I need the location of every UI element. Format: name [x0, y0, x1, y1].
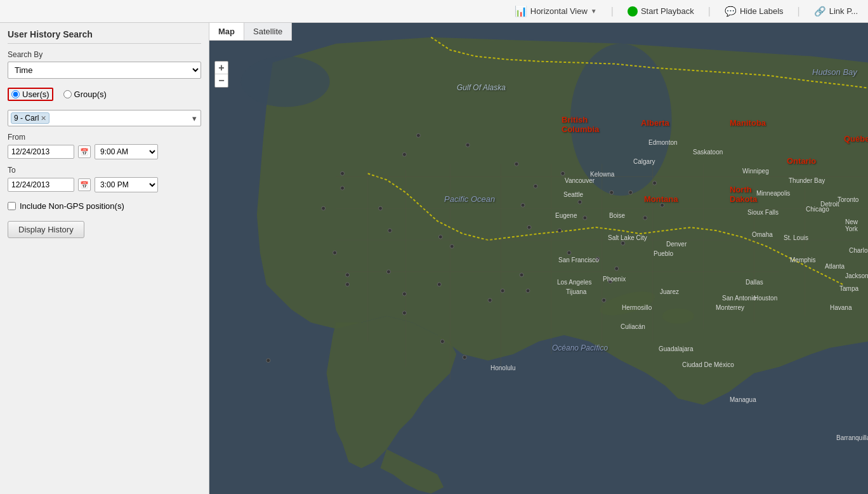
- horizontal-view-button[interactable]: 📊 Horizontal View ▼: [511, 4, 601, 18]
- to-label: To: [8, 166, 201, 175]
- from-time-select[interactable]: 9:00 AM 10:00 AM 11:00 AM 12:00 PM: [95, 144, 158, 159]
- svg-point-51: [501, 289, 504, 293]
- svg-point-4: [662, 309, 694, 324]
- start-playback-label: Start Playback: [641, 6, 694, 16]
- svg-point-25: [322, 206, 326, 210]
- zoom-out-button[interactable]: −: [215, 74, 228, 87]
- svg-point-53: [463, 356, 466, 359]
- svg-point-28: [521, 203, 525, 207]
- svg-point-61: [266, 359, 270, 363]
- to-date-input[interactable]: [8, 178, 74, 192]
- from-date-input[interactable]: [8, 145, 74, 159]
- user-tag-remove-button[interactable]: ✕: [41, 114, 46, 123]
- svg-point-26: [378, 206, 382, 210]
- svg-point-46: [437, 283, 441, 286]
- svg-point-52: [440, 340, 444, 344]
- map-tab-satellite[interactable]: Satellite: [244, 23, 292, 40]
- svg-point-59: [561, 171, 565, 175]
- user-tag-dropdown-button[interactable]: ▾: [191, 114, 198, 123]
- radio-users-label: User(s): [22, 90, 49, 99]
- dropdown-arrow-icon: ▼: [591, 8, 597, 15]
- to-group: To 📅 3:00 PM 4:00 PM 5:00 PM: [8, 166, 201, 192]
- include-nongps-label: Include Non-GPS position(s): [20, 201, 124, 211]
- zoom-control: + −: [214, 61, 228, 88]
- main-content: User History Search Search By Time Dista…: [0, 23, 868, 494]
- svg-point-40: [526, 289, 530, 293]
- svg-point-50: [488, 298, 492, 302]
- search-by-select[interactable]: Time Distance Events: [8, 62, 201, 79]
- svg-point-35: [661, 203, 664, 207]
- svg-point-56: [608, 279, 612, 283]
- svg-point-37: [346, 273, 350, 277]
- link-p-label: Link P...: [829, 6, 858, 16]
- include-nongps-checkbox[interactable]: [8, 202, 16, 210]
- play-icon: [628, 6, 638, 17]
- svg-point-38: [386, 270, 390, 274]
- svg-point-2: [241, 57, 330, 107]
- user-tag-text: 9 - Carl: [14, 114, 39, 123]
- svg-point-45: [450, 244, 454, 248]
- left-panel: User History Search Search By Time Dista…: [0, 23, 209, 494]
- svg-point-24: [341, 186, 345, 190]
- radio-users-option[interactable]: User(s): [8, 88, 53, 101]
- radio-groups-label: Group(s): [74, 90, 107, 99]
- radio-groups-input[interactable]: [63, 90, 72, 98]
- user-tag-container[interactable]: 9 - Carl ✕ ▾: [8, 110, 201, 126]
- svg-point-29: [527, 225, 531, 229]
- svg-point-33: [610, 190, 614, 194]
- svg-point-22: [515, 162, 518, 166]
- svg-point-43: [558, 229, 562, 232]
- svg-point-47: [346, 283, 350, 286]
- hide-labels-button[interactable]: 💬 Hide Labels: [721, 4, 787, 18]
- svg-point-21: [466, 143, 470, 147]
- separator-1: |: [611, 6, 614, 17]
- svg-point-27: [534, 184, 537, 188]
- svg-point-55: [615, 267, 619, 270]
- svg-point-31: [388, 229, 391, 232]
- from-group: From 📅 9:00 AM 10:00 AM 11:00 AM 12:00 P…: [8, 133, 201, 159]
- svg-point-39: [520, 273, 523, 277]
- svg-point-30: [438, 235, 442, 239]
- horizontal-view-label: Horizontal View: [530, 6, 588, 16]
- svg-point-1: [570, 44, 672, 196]
- svg-point-32: [578, 200, 582, 204]
- start-playback-button[interactable]: Start Playback: [624, 5, 698, 18]
- svg-point-48: [402, 292, 406, 296]
- from-label: From: [8, 133, 201, 142]
- hide-labels-label: Hide Labels: [740, 6, 784, 16]
- map-svg: [209, 23, 868, 494]
- map-tabs: Map Satellite: [209, 23, 292, 41]
- map-area[interactable]: Map Satellite: [209, 23, 868, 494]
- zoom-in-button[interactable]: +: [215, 62, 228, 74]
- to-date-row: 📅 3:00 PM 4:00 PM 5:00 PM: [8, 177, 201, 192]
- svg-point-34: [629, 190, 633, 194]
- svg-point-54: [602, 298, 606, 302]
- from-calendar-icon[interactable]: 📅: [78, 145, 91, 158]
- map-tab-map[interactable]: Map: [209, 23, 244, 40]
- svg-point-41: [596, 257, 600, 261]
- svg-point-42: [567, 251, 571, 255]
- svg-point-36: [333, 251, 337, 255]
- search-by-group: Search By Time Distance Events: [8, 50, 201, 79]
- svg-point-57: [621, 241, 625, 245]
- svg-point-44: [583, 216, 587, 220]
- link-icon: 🔗: [814, 6, 826, 17]
- user-tag: 9 - Carl ✕: [11, 112, 49, 124]
- svg-point-19: [416, 133, 420, 137]
- from-date-row: 📅 9:00 AM 10:00 AM 11:00 AM 12:00 PM: [8, 144, 201, 159]
- radio-group: User(s) Group(s): [8, 88, 201, 101]
- svg-point-58: [643, 216, 647, 220]
- comment-icon: 💬: [725, 6, 737, 17]
- separator-2: |: [708, 6, 711, 17]
- svg-point-23: [341, 171, 345, 175]
- link-p-button[interactable]: 🔗 Link P...: [810, 4, 862, 18]
- to-time-select[interactable]: 3:00 PM 4:00 PM 5:00 PM: [95, 177, 158, 192]
- radio-users-input[interactable]: [11, 90, 20, 98]
- display-history-button[interactable]: Display History: [8, 221, 84, 238]
- radio-groups-option[interactable]: Group(s): [63, 90, 107, 99]
- to-calendar-icon[interactable]: 📅: [78, 178, 91, 191]
- include-nongps-row: Include Non-GPS position(s): [8, 201, 201, 211]
- separator-3: |: [798, 6, 800, 17]
- svg-point-49: [402, 311, 406, 315]
- search-by-label: Search By: [8, 50, 201, 59]
